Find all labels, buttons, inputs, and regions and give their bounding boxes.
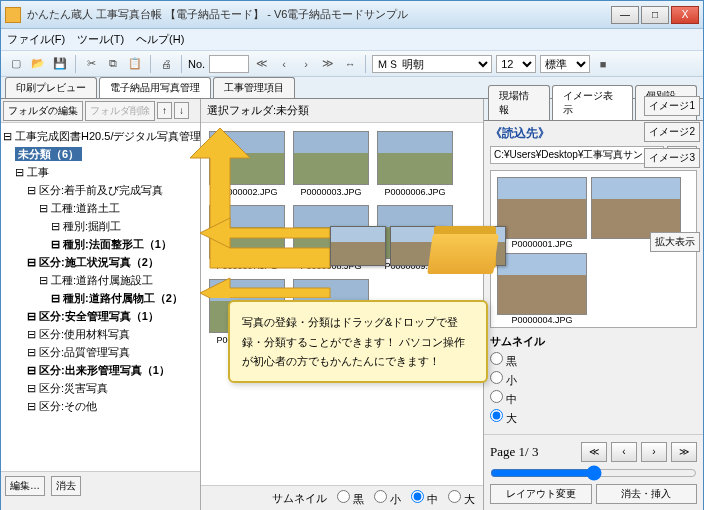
- page-next-button[interactable]: ›: [641, 442, 667, 462]
- delete-button[interactable]: 消去: [51, 476, 81, 496]
- import-thumbnail[interactable]: P0000001.JPG: [497, 177, 587, 249]
- open-icon[interactable]: 📂: [29, 55, 47, 73]
- radio-large[interactable]: 大: [448, 490, 475, 507]
- rp-thumbnail-label: サムネイル: [490, 334, 697, 349]
- thumbnail-label: サムネイル: [272, 491, 327, 506]
- insert-button[interactable]: 消去・挿入: [596, 484, 698, 504]
- titlebar: かんたん蔵人 工事写真台帳 【電子納品モード】 - V6電子納品モードサンプル …: [1, 1, 703, 29]
- menubar: ファイル(F) ツール(T) ヘルプ(H): [1, 29, 703, 51]
- image1-button[interactable]: イメージ1: [644, 96, 700, 116]
- selected-folder-label: 選択フォルダ:: [207, 103, 276, 118]
- layout-button[interactable]: レイアウト変更: [490, 484, 592, 504]
- tree-node[interactable]: ⊟ 区分:使用材料写真: [3, 325, 198, 343]
- font-select[interactable]: ＭＳ 明朝: [372, 55, 492, 73]
- left-pane: フォルダの編集 フォルダ削除 ↑ ↓ ⊟ 工事完成図書H20.5/デジタル写真管…: [1, 99, 201, 510]
- swap-icon[interactable]: ↔: [341, 55, 359, 73]
- app-icon: [5, 7, 21, 23]
- tree-node[interactable]: ⊟ 種別:法面整形工（1）: [3, 235, 198, 253]
- rp-radio-large[interactable]: 大: [490, 409, 697, 426]
- image3-button[interactable]: イメージ3: [644, 148, 700, 168]
- tree-node[interactable]: ⊟ 区分:安全管理写真（1）: [3, 307, 198, 325]
- close-button[interactable]: X: [671, 6, 699, 24]
- style-select[interactable]: 標準: [540, 55, 590, 73]
- tab-print[interactable]: 印刷プレビュー: [5, 77, 97, 98]
- tab-mgmt[interactable]: 工事管理項目: [213, 77, 295, 98]
- zoom-slider[interactable]: [490, 465, 697, 481]
- page-last-button[interactable]: ≫: [671, 442, 697, 462]
- folder-edit-button[interactable]: フォルダの編集: [3, 101, 83, 121]
- tree-node[interactable]: 未分類（6）: [3, 145, 198, 163]
- path-input[interactable]: [490, 146, 664, 164]
- tree-node[interactable]: ⊟ 種別:道路付属物工（2）: [3, 289, 198, 307]
- callout-tooltip: 写真の登録・分類はドラッグ&ドロップで登録・分類することができます！ パソコン操…: [228, 300, 488, 383]
- save-icon[interactable]: 💾: [51, 55, 69, 73]
- no-label: No.: [188, 58, 205, 70]
- right-pane: 現場情報 イメージ表示 個別設定 《読込先》 参照 P0000001.JPGP0…: [483, 99, 703, 510]
- image2-button[interactable]: イメージ2: [644, 122, 700, 142]
- tree-node[interactable]: ⊟ 区分:出来形管理写真（1）: [3, 361, 198, 379]
- down-button[interactable]: ↓: [174, 102, 189, 119]
- folder-tree[interactable]: ⊟ 工事完成図書H20.5/デジタル写真管理…未分類（6）⊟ 工事⊟ 区分:着手…: [1, 123, 200, 471]
- menu-file[interactable]: ファイル(F): [7, 32, 65, 47]
- page-prev-button[interactable]: ‹: [611, 442, 637, 462]
- no-input[interactable]: [209, 55, 249, 73]
- copy-icon[interactable]: ⧉: [104, 55, 122, 73]
- tree-node[interactable]: ⊟ 工事: [3, 163, 198, 181]
- page-indicator: Page 1/ 3: [490, 444, 577, 460]
- cut-icon[interactable]: ✂: [82, 55, 100, 73]
- window-title: かんたん蔵人 工事写真台帳 【電子納品モード】 - V6電子納品モードサンプル: [27, 7, 611, 22]
- tree-node[interactable]: ⊟ 区分:着手前及び完成写真: [3, 181, 198, 199]
- new-icon[interactable]: ▢: [7, 55, 25, 73]
- maximize-button[interactable]: □: [641, 6, 669, 24]
- tree-node[interactable]: ⊟ 区分:災害写真: [3, 379, 198, 397]
- tree-node[interactable]: ⊟ 種別:掘削工: [3, 217, 198, 235]
- edit-button[interactable]: 編集…: [5, 476, 45, 496]
- selected-folder-value: 未分類: [276, 103, 309, 118]
- toolbar: ▢ 📂 💾 ✂ ⧉ 📋 🖨 No. ≪ ‹ › ≫ ↔ ＭＳ 明朝 12 標準 …: [1, 51, 703, 77]
- tree-node[interactable]: ⊟ 区分:品質管理写真: [3, 343, 198, 361]
- menu-help[interactable]: ヘルプ(H): [136, 32, 184, 47]
- folder-icon: [430, 220, 500, 275]
- nav-prev-icon[interactable]: ‹: [275, 55, 293, 73]
- tree-node[interactable]: ⊟ 工事完成図書H20.5/デジタル写真管理…: [3, 127, 198, 145]
- arrow-overlay: [180, 128, 340, 298]
- size-select[interactable]: 12: [496, 55, 536, 73]
- print-icon[interactable]: 🖨: [157, 55, 175, 73]
- rp-radio-small[interactable]: 小: [490, 371, 697, 388]
- radio-small[interactable]: 小: [374, 490, 401, 507]
- tree-node[interactable]: ⊟ 区分:その他: [3, 397, 198, 415]
- up-button[interactable]: ↑: [157, 102, 172, 119]
- paste-icon[interactable]: 📋: [126, 55, 144, 73]
- folder-delete-button[interactable]: フォルダ削除: [85, 101, 155, 121]
- thumbnail[interactable]: P0000006.JPG: [377, 131, 453, 197]
- import-thumbnail[interactable]: P0000004.JPG: [497, 253, 587, 325]
- tab-photo[interactable]: 電子納品用写真管理: [99, 77, 211, 98]
- radio-med[interactable]: 中: [411, 490, 438, 507]
- zoom-button[interactable]: 拡大表示: [650, 232, 700, 252]
- radio-black[interactable]: 黒: [337, 490, 364, 507]
- menu-tool[interactable]: ツール(T): [77, 32, 124, 47]
- color-icon[interactable]: ■: [594, 55, 612, 73]
- rp-radio-med[interactable]: 中: [490, 390, 697, 407]
- page-first-button[interactable]: ≪: [581, 442, 607, 462]
- callout-text: 写真の登録・分類はドラッグ&ドロップで登録・分類することができます！ パソコン操…: [242, 316, 465, 367]
- tab-info[interactable]: 現場情報: [488, 85, 550, 120]
- tree-node[interactable]: ⊟ 区分:施工状況写真（2）: [3, 253, 198, 271]
- tab-image[interactable]: イメージ表示: [552, 85, 634, 120]
- rp-radio-black[interactable]: 黒: [490, 352, 697, 369]
- minimize-button[interactable]: —: [611, 6, 639, 24]
- tree-node[interactable]: ⊟ 工種:道路付属施設工: [3, 271, 198, 289]
- tree-node[interactable]: ⊟ 工種:道路土工: [3, 199, 198, 217]
- nav-last-icon[interactable]: ≫: [319, 55, 337, 73]
- nav-next-icon[interactable]: ›: [297, 55, 315, 73]
- nav-first-icon[interactable]: ≪: [253, 55, 271, 73]
